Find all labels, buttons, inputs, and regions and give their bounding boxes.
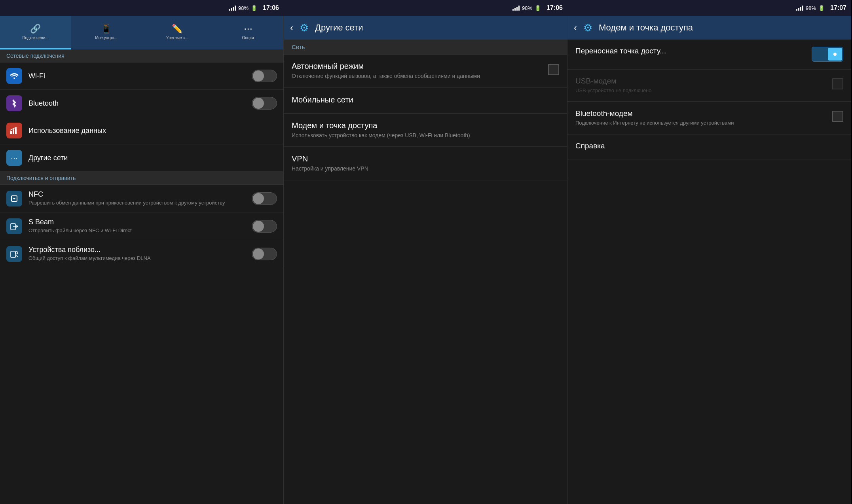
bluetooth-title: Bluetooth — [28, 99, 252, 108]
battery-icon-right: 🔋 — [818, 5, 825, 11]
bluetooth-toggle-thumb — [253, 98, 264, 109]
battery-icon-mid: 🔋 — [535, 5, 541, 11]
tab-connections-icon: 🔗 — [30, 24, 41, 34]
panel-middle-title: Другие сети — [315, 23, 363, 33]
tab-accounts[interactable]: ✏️ Учетные з... — [142, 16, 213, 49]
status-time-right: 17:07 — [830, 4, 846, 11]
hotspot-desc: Использовать устройство как модем (через… — [292, 132, 559, 140]
setting-item-wifi[interactable]: Wi-Fi — [0, 63, 283, 90]
wifi-title: Wi-Fi — [28, 72, 252, 80]
status-time-middle: 17:06 — [546, 4, 563, 11]
nearby-icon — [6, 246, 22, 262]
mobile-networks-title: Мобильные сети — [292, 95, 559, 104]
status-icons-left: 98% 🔋 17:06 — [229, 4, 279, 11]
right-item-help[interactable]: Справка — [567, 135, 851, 159]
svg-rect-6 — [11, 251, 15, 258]
autonomous-title: Автономный режим — [292, 62, 543, 71]
menu-item-hotspot[interactable]: Модем и точка доступа Использовать устро… — [284, 114, 567, 147]
svg-rect-0 — [10, 131, 12, 134]
hotspot-title: Модем и точка доступа — [292, 121, 559, 130]
panel-right: 98% 🔋 17:07 ‹ ⚙ Модем и точка доступа Пе… — [567, 0, 851, 504]
data-usage-icon — [6, 123, 22, 138]
status-bar-left: 98% 🔋 17:06 — [0, 0, 284, 16]
setting-item-other-networks[interactable]: ⋯ Другие сети — [0, 144, 283, 172]
nearby-toggle[interactable] — [252, 248, 277, 260]
other-networks-title: Другие сети — [28, 154, 277, 162]
tab-options[interactable]: ⋯ Опции — [213, 16, 283, 49]
signal-icon-right — [796, 5, 803, 11]
tab-accounts-label: Учетные з... — [166, 36, 188, 40]
nfc-toggle[interactable] — [252, 192, 277, 205]
section-header-network: Сетевые подключения — [0, 49, 283, 63]
autonomous-desc: Отключение функций вызовов, а также обме… — [292, 72, 543, 80]
nfc-icon — [6, 191, 22, 207]
bluetooth-icon — [6, 95, 22, 111]
setting-item-sbeam[interactable]: S Beam Отправить файлы через NFC и Wi-Fi… — [0, 212, 283, 240]
nearby-title: Устройства поблизо... — [28, 246, 252, 254]
back-button-middle[interactable]: ‹ — [290, 22, 293, 33]
other-networks-icon: ⋯ — [6, 150, 22, 166]
setting-item-bluetooth[interactable]: Bluetooth — [0, 90, 283, 117]
tab-options-label: Опции — [242, 36, 254, 40]
help-text: Справка — [575, 142, 843, 152]
nearby-toggle-thumb — [253, 248, 264, 260]
sbeam-toggle-thumb — [253, 221, 264, 232]
tab-mydevice-label: Мое устро... — [95, 36, 117, 40]
sbeam-toggle[interactable] — [252, 220, 277, 233]
wifi-toggle-thumb — [253, 70, 264, 81]
nearby-text: Устройства поблизо... Общий доступ к фай… — [28, 246, 252, 262]
section-header-connect: Подключиться и отправить — [0, 172, 283, 185]
wifi-toggle[interactable] — [252, 70, 277, 82]
portable-hotspot-text: Переносная точка досту... — [575, 47, 807, 57]
vpn-title: VPN — [292, 154, 559, 163]
signal-icon — [229, 5, 236, 11]
sbeam-title: S Beam — [28, 218, 252, 226]
tab-mydevice[interactable]: 📱 Мое устро... — [71, 16, 142, 49]
tab-accounts-icon: ✏️ — [172, 24, 182, 34]
usb-modem-text: USB-модем USB-устройство не подключено — [575, 77, 827, 94]
status-time-left: 17:06 — [263, 4, 279, 11]
bluetooth-toggle[interactable] — [252, 97, 277, 110]
right-item-portable-hotspot[interactable]: Переносная точка досту... — [567, 40, 851, 69]
menu-item-vpn[interactable]: VPN Настройка и управление VPN — [284, 147, 567, 180]
panel-right-header: ‹ ⚙ Модем и точка доступа — [567, 16, 851, 40]
nfc-subtitle: Разрешить обмен данными при прикосновени… — [28, 199, 252, 207]
sub-section-network: Сеть — [284, 40, 567, 55]
tab-bar: 🔗 Подключени... 📱 Мое устро... ✏️ Учетны… — [0, 16, 283, 49]
tab-options-icon: ⋯ — [244, 24, 252, 34]
right-item-bt-modem[interactable]: Bluetooth-модем Подключение к Интернету … — [567, 102, 851, 134]
nearby-subtitle: Общий доступ к файлам мультимедиа через … — [28, 255, 252, 262]
bluetooth-text: Bluetooth — [28, 99, 252, 108]
autonomous-checkbox[interactable] — [548, 64, 559, 75]
menu-item-autonomous[interactable]: Автономный режим Отключение функций вызо… — [284, 55, 567, 88]
tab-mydevice-icon: 📱 — [101, 24, 112, 34]
help-title: Справка — [575, 142, 843, 150]
tab-connections[interactable]: 🔗 Подключени... — [0, 16, 71, 49]
data-usage-title: Использование данных — [28, 127, 277, 135]
right-item-usb-modem[interactable]: USB-модем USB-устройство не подключено — [567, 70, 851, 102]
svg-rect-1 — [13, 129, 14, 134]
bt-modem-checkbox[interactable] — [832, 111, 843, 122]
setting-item-nearby[interactable]: Устройства поблизо... Общий доступ к фай… — [0, 240, 283, 268]
menu-item-mobile-networks[interactable]: Мобильные сети — [284, 88, 567, 114]
portable-hotspot-toggle[interactable] — [812, 47, 843, 62]
bt-modem-text: Bluetooth-модем Подключение к Интернету … — [575, 109, 827, 127]
svg-rect-4 — [11, 224, 15, 230]
usb-modem-title: USB-модем — [575, 77, 827, 85]
svg-point-7 — [15, 252, 18, 254]
toggle-btn-thumb — [828, 48, 842, 61]
wifi-icon — [6, 68, 22, 84]
bt-modem-subtitle: Подключение к Интернету не используется … — [575, 119, 827, 127]
battery-level-right: 98% — [806, 5, 816, 11]
back-button-right[interactable]: ‹ — [574, 22, 577, 33]
setting-item-data-usage[interactable]: Использование данных — [0, 117, 283, 144]
sbeam-subtitle: Отправить файлы через NFC и Wi-Fi Direct — [28, 227, 252, 234]
status-icons-middle: 98% 🔋 17:06 — [512, 4, 563, 11]
sbeam-icon — [6, 218, 22, 234]
usb-modem-checkbox[interactable] — [832, 78, 843, 89]
setting-item-nfc[interactable]: NFC Разрешить обмен данными при прикосно… — [0, 185, 283, 212]
signal-icon-mid — [512, 5, 520, 11]
tab-connections-label: Подключени... — [22, 36, 48, 40]
usb-modem-subtitle: USB-устройство не подключено — [575, 87, 827, 94]
svg-rect-2 — [15, 128, 17, 134]
